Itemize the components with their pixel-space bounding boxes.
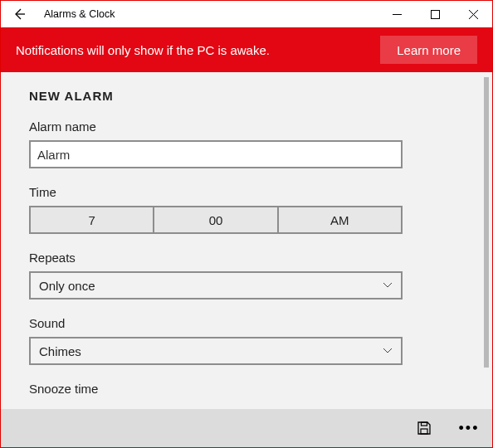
chevron-down-icon [383,344,393,358]
time-picker: 7 00 AM [29,206,403,234]
chevron-down-icon [383,279,393,293]
time-group: Time 7 00 AM [29,185,464,234]
svg-rect-0 [431,10,439,18]
snooze-label: Snooze time [29,382,464,396]
sound-value: Chimes [39,344,81,358]
repeats-select[interactable]: Only once [29,271,403,299]
alarm-name-input[interactable]: Alarm [29,140,403,168]
more-button[interactable]: ••• [452,411,486,445]
snooze-group: Snooze time [29,382,464,396]
close-icon [469,10,478,19]
notification-banner: Notifications will only show if the PC i… [1,27,492,72]
time-hour-picker[interactable]: 7 [29,206,154,234]
command-bar: ••• [1,409,492,447]
time-label: Time [29,185,464,199]
learn-more-button[interactable]: Learn more [380,36,477,64]
maximize-button[interactable] [416,1,454,27]
save-button[interactable] [408,411,441,445]
ellipsis-icon: ••• [459,421,480,436]
alarm-name-label: Alarm name [29,119,464,134]
page-title: NEW ALARM [29,89,464,103]
svg-rect-1 [421,429,427,434]
content-area: NEW ALARM Alarm name Alarm Time 7 00 AM … [1,72,492,409]
repeats-group: Repeats Only once [29,251,464,299]
minimize-icon [393,10,402,19]
notification-text: Notifications will only show if the PC i… [16,43,380,57]
close-button[interactable] [454,1,492,27]
repeats-value: Only once [39,279,95,293]
time-minute-value: 00 [209,213,223,227]
alarm-name-value: Alarm [37,148,70,162]
window-title: Alarms & Clock [44,8,115,20]
scrollbar-thumb[interactable] [484,77,489,368]
vertical-scrollbar[interactable] [484,77,489,404]
window-controls [378,1,492,27]
save-icon [417,421,432,436]
minimize-button[interactable] [378,1,416,27]
back-button[interactable] [1,1,37,27]
time-minute-picker[interactable]: 00 [154,206,278,234]
sound-select[interactable]: Chimes [29,337,403,365]
form-panel: NEW ALARM Alarm name Alarm Time 7 00 AM … [1,72,492,409]
maximize-icon [431,10,440,19]
sound-group: Sound Chimes [29,316,464,365]
sound-label: Sound [29,316,464,330]
back-arrow-icon [12,7,26,21]
repeats-label: Repeats [29,251,464,265]
title-bar: Alarms & Clock [1,1,492,27]
time-ampm-picker[interactable]: AM [279,206,403,234]
alarm-name-group: Alarm name Alarm [29,119,464,168]
time-ampm-value: AM [330,213,349,227]
time-hour-value: 7 [88,213,95,227]
